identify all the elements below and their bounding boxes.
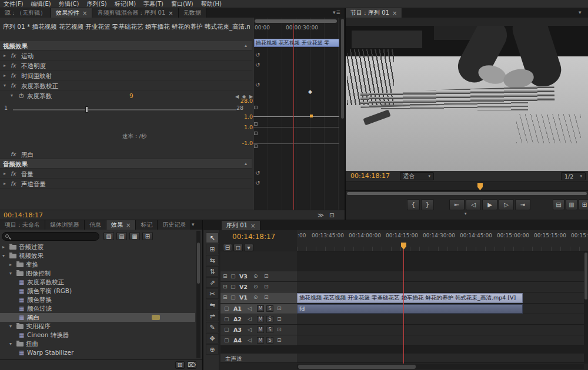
slide-tool[interactable]: ⇌ bbox=[206, 311, 219, 321]
twirl-icon[interactable]: ▾ bbox=[2, 251, 5, 260]
track-header-v3[interactable]: ⊟ ▢ V3 ⊙ ⊡ bbox=[220, 271, 297, 282]
tree-row-black-white[interactable]: ▦ 黑白 bbox=[0, 313, 195, 322]
twirl-icon[interactable]: ▾ bbox=[9, 269, 12, 278]
track-header-v1[interactable]: ⊟ ▢ V1 ⊙ ⊡ bbox=[220, 292, 297, 304]
tab-effects[interactable]: 效果 × bbox=[106, 220, 136, 230]
panel-menu-icon[interactable]: ▾≣ bbox=[333, 9, 341, 15]
reset-icon[interactable]: ↺ bbox=[255, 180, 260, 186]
twirl-icon[interactable]: ▸ bbox=[4, 179, 6, 189]
keyframe-display-icon[interactable]: ⊡ bbox=[264, 294, 269, 300]
keyframe-display-icon[interactable]: ⊡ bbox=[264, 284, 269, 290]
resolution-dropdown[interactable]: 1/2 ▾ bbox=[561, 172, 586, 180]
lift-button[interactable]: ▤ bbox=[553, 199, 564, 210]
close-icon[interactable]: × bbox=[82, 10, 87, 16]
new-bin-button[interactable]: ⊞ bbox=[175, 361, 185, 369]
step-forward-button[interactable]: ▷ bbox=[499, 199, 514, 210]
effect-row-time-remap[interactable]: ▸ fx 时间重映射 bbox=[0, 71, 252, 80]
project-toolbar-button-2[interactable]: ▤ bbox=[116, 232, 127, 240]
effect-row-black-white[interactable]: fx 黑白 bbox=[0, 150, 252, 159]
solo-button[interactable]: S bbox=[266, 327, 273, 333]
fit-dropdown[interactable]: 适合 ▾ bbox=[400, 172, 434, 180]
goto-out-button[interactable]: ⇥ bbox=[515, 199, 530, 210]
tree-row-transform[interactable]: ▸ 变换 bbox=[0, 260, 195, 269]
twirl-icon[interactable]: ▸ bbox=[4, 51, 6, 60]
track-content-v2[interactable] bbox=[297, 282, 584, 292]
speaker-icon[interactable]: ◁ bbox=[248, 337, 252, 343]
mute-button[interactable]: M bbox=[257, 305, 264, 312]
gamma-slider-track[interactable] bbox=[13, 109, 236, 110]
effect-row-motion[interactable]: ▸ fx 运动 bbox=[0, 51, 252, 60]
tab-program-monitor[interactable]: 节目：序列 01 × bbox=[346, 8, 402, 18]
tree-row-color-balance[interactable]: ▦ 颜色平衡 (RGB) bbox=[0, 287, 195, 295]
tab-source[interactable]: 源：（无剪辑） bbox=[0, 8, 51, 18]
lock-icon[interactable]: ▢ bbox=[230, 273, 236, 279]
transport-more-icon[interactable]: ▾ bbox=[465, 211, 467, 216]
graph-toggle-box[interactable] bbox=[254, 122, 258, 126]
eye-icon[interactable]: ⊙ bbox=[253, 273, 258, 279]
effects-search-box[interactable] bbox=[2, 232, 99, 241]
track-content-a2[interactable] bbox=[297, 314, 584, 325]
menu-item-edit[interactable]: 编辑(E) bbox=[31, 0, 51, 8]
timeline-vscrollbar-thumb[interactable] bbox=[584, 253, 587, 300]
mark-in-button[interactable]: { bbox=[407, 199, 420, 210]
audio-clip[interactable]: fd bbox=[297, 304, 523, 314]
zoom-tool[interactable]: ⊕ bbox=[206, 344, 219, 355]
project-scrollbar-thumb[interactable] bbox=[197, 243, 200, 284]
tree-row-cineon-converter[interactable]: ▦ Cineon 转换器 bbox=[0, 331, 195, 339]
tab-info[interactable]: 信息 bbox=[85, 220, 106, 230]
timeline-display-button[interactable]: ⊟ bbox=[223, 244, 232, 251]
hand-tool[interactable]: ✥ bbox=[206, 333, 219, 344]
program-time-ruler[interactable] bbox=[346, 181, 588, 191]
track-header-a1[interactable]: ▢ A1 ◁ M S ⊡ bbox=[220, 304, 297, 314]
timeline-vscrollbar[interactable] bbox=[584, 251, 588, 364]
eye-icon[interactable]: ⊙ bbox=[253, 294, 258, 300]
track-style-icon[interactable]: ⊟ bbox=[223, 284, 228, 290]
track-select-tool[interactable]: ⊞ bbox=[206, 244, 219, 254]
tree-row-video-effects[interactable]: ▾ 视频效果 bbox=[0, 251, 195, 260]
play-button[interactable]: ▶ bbox=[482, 199, 497, 210]
search-input[interactable] bbox=[12, 233, 97, 240]
gamma-slider-handle[interactable] bbox=[85, 106, 88, 113]
slip-tool[interactable]: ⇋ bbox=[206, 300, 219, 310]
graph-toggle-box[interactable] bbox=[254, 144, 258, 148]
lock-icon[interactable]: ▢ bbox=[224, 337, 229, 343]
tree-row-utility[interactable]: ▾ 实用程序 bbox=[0, 322, 195, 331]
keyframe-display-icon[interactable]: ⊡ bbox=[264, 273, 269, 279]
ec-play-around-icon[interactable]: ≫ bbox=[318, 211, 324, 218]
menu-item-window[interactable]: 窗口(W) bbox=[171, 0, 193, 8]
effect-row-volume[interactable]: ▸ fx 音量 bbox=[0, 169, 252, 179]
solo-button[interactable]: S bbox=[266, 305, 273, 312]
tab-metadata[interactable]: 元数据 bbox=[179, 8, 206, 18]
export-frame-button[interactable]: ⊞ bbox=[579, 199, 588, 210]
solo-button[interactable]: S bbox=[266, 316, 273, 322]
goto-in-button[interactable]: ⇤ bbox=[449, 199, 465, 210]
rate-stretch-tool[interactable]: ⇗ bbox=[206, 277, 219, 288]
twirl-icon[interactable]: ▾ bbox=[9, 322, 12, 331]
twirl-icon[interactable]: ▸ bbox=[4, 169, 6, 179]
track-header-a4[interactable]: ▢ A4 ◁ M S ⊡ bbox=[220, 335, 297, 346]
ec-scrollbar[interactable] bbox=[340, 18, 345, 210]
menu-item-help[interactable]: 帮助(H) bbox=[201, 0, 222, 8]
tab-markers[interactable]: 标记 bbox=[136, 220, 158, 230]
menu-item-marker[interactable]: 标记(M) bbox=[115, 0, 136, 8]
tree-row-gamma-correction[interactable]: ▦ 灰度系数校正 bbox=[0, 278, 195, 287]
velocity-graph-line[interactable] bbox=[253, 143, 339, 144]
param-value[interactable]: 9 bbox=[129, 91, 133, 100]
reset-icon[interactable]: ↺ bbox=[255, 82, 260, 88]
mute-button[interactable]: M bbox=[257, 337, 264, 344]
project-toolbar-button-4[interactable]: ⊞ bbox=[142, 232, 153, 240]
section-video-effects[interactable]: 视频效果 ▴ bbox=[0, 41, 252, 51]
snap-button[interactable]: ◻ bbox=[233, 244, 243, 251]
tree-row-image-control[interactable]: ▾ 图像控制 bbox=[0, 269, 195, 278]
twirl-icon[interactable]: ▸ bbox=[4, 61, 6, 70]
timeline-ruler[interactable]: :00 00:13:45:00 00:14:00:00 00:14:15:00 … bbox=[297, 230, 588, 251]
close-icon[interactable]: × bbox=[250, 223, 255, 229]
mute-button[interactable]: M bbox=[257, 316, 264, 322]
menu-item-file[interactable]: 文件(F) bbox=[4, 0, 24, 8]
ripple-edit-tool[interactable]: ⇆ bbox=[206, 255, 219, 265]
effect-row-opacity[interactable]: ▸ fx 不透明度 bbox=[0, 61, 252, 70]
track-header-v2[interactable]: ⊟ ▢ V2 ⊙ ⊡ bbox=[220, 282, 297, 292]
project-toolbar-button-3[interactable]: ▦ bbox=[129, 232, 140, 240]
track-content-v3[interactable] bbox=[297, 271, 584, 282]
video-clip[interactable]: 插花视频 花艺视频 开业花篮 零基础花艺 婚车插花 鲜花的养护 韩式花束_高清.… bbox=[297, 293, 523, 303]
